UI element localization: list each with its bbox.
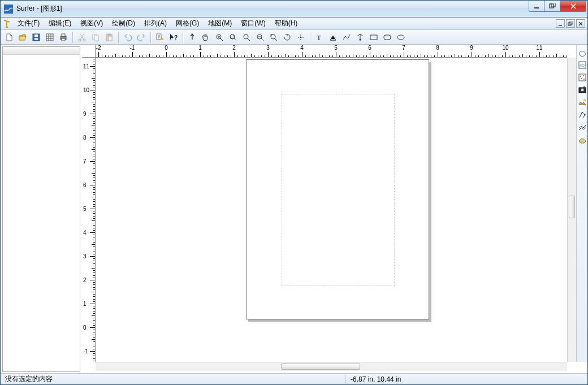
menu-help[interactable]: 帮助(H) <box>270 18 302 29</box>
pointer-tool-button[interactable] <box>186 31 198 44</box>
menu-draw[interactable]: 绘制(D) <box>107 18 140 29</box>
surface-icon[interactable] <box>577 135 587 145</box>
svg-point-35 <box>397 35 404 40</box>
zoom-fit-button[interactable] <box>227 31 239 44</box>
horizontal-ruler[interactable]: -2-10123456789101112131415 <box>96 45 567 58</box>
canvas-viewport[interactable] <box>96 58 567 362</box>
menu-help-label: 帮助(H) <box>275 19 298 28</box>
print-button[interactable] <box>57 31 70 44</box>
menu-file[interactable]: 文件(F) <box>13 18 44 29</box>
svg-point-38 <box>580 76 581 77</box>
object-manager-header[interactable] <box>3 47 80 55</box>
svg-rect-36 <box>579 62 586 68</box>
vertical-ruler[interactable]: -2-10123456789101112 <box>82 58 96 362</box>
copy-button[interactable] <box>89 31 102 44</box>
svg-rect-11 <box>46 34 53 41</box>
menu-window-label: 窗口(W) <box>241 19 265 28</box>
roundrect-tool-button[interactable] <box>381 31 394 44</box>
object-manager-panel[interactable] <box>2 46 80 372</box>
menu-edit[interactable]: 编辑(E) <box>44 18 76 29</box>
svg-rect-13 <box>62 34 65 36</box>
vector-map-icon[interactable] <box>577 110 587 120</box>
wireframe-icon[interactable] <box>577 122 587 132</box>
svg-rect-21 <box>109 36 112 41</box>
mdi-minimize-button[interactable] <box>556 19 565 28</box>
status-position-text: -6.87 in, 10.44 in <box>351 375 401 383</box>
status-position: -6.87 in, 10.44 in <box>346 374 405 384</box>
new-button[interactable] <box>3 31 15 44</box>
svg-rect-4 <box>6 27 8 28</box>
menubar: 文件(F) 编辑(E) 视图(V) 绘制(D) 排列(A) 网格(G) 地图(M… <box>1 18 587 30</box>
freeform-tool-icon[interactable] <box>577 47 587 58</box>
menu-file-label: 文件(F) <box>18 19 40 28</box>
svg-rect-33 <box>370 35 377 40</box>
menu-arrange-label: 排列(A) <box>144 19 167 28</box>
svg-point-16 <box>83 39 85 41</box>
svg-point-15 <box>79 39 81 41</box>
fill-tool-button[interactable] <box>327 31 339 44</box>
pan-tool-button[interactable] <box>200 31 212 44</box>
window-close-button[interactable] <box>560 1 586 12</box>
rect-tool-button[interactable] <box>368 31 380 44</box>
grid-button[interactable] <box>44 31 56 44</box>
app-window: Surfer - [图形1] 文件(F) 编辑(E) 视图(V) 绘制(D) 排… <box>0 0 588 385</box>
svg-point-30 <box>300 36 302 38</box>
vertical-scrollbar[interactable] <box>567 58 576 362</box>
ellipse-tool-button[interactable] <box>395 31 407 44</box>
redo-button[interactable] <box>135 31 148 44</box>
mdi-close-button[interactable] <box>576 19 585 28</box>
zoom-window-button[interactable] <box>267 31 280 44</box>
menu-grid[interactable]: 网格(G) <box>171 18 204 29</box>
contour-map-icon[interactable] <box>577 60 587 70</box>
system-menu-icon[interactable] <box>1 18 13 29</box>
point-tool-button[interactable] <box>354 31 366 44</box>
rotate-button[interactable] <box>281 31 293 44</box>
menu-arrange[interactable]: 排列(A) <box>140 18 171 29</box>
context-help-button[interactable]: ? <box>167 31 180 44</box>
zoom-in-button[interactable] <box>213 31 226 44</box>
svg-rect-1 <box>534 7 539 8</box>
center-button[interactable] <box>295 31 307 44</box>
object-manager-body[interactable] <box>3 55 80 371</box>
shaded-relief-icon[interactable] <box>577 97 587 107</box>
horizontal-scrollbar-thumb[interactable] <box>281 364 360 370</box>
svg-point-41 <box>583 79 585 80</box>
svg-rect-10 <box>34 38 38 40</box>
menu-view[interactable]: 视图(V) <box>76 18 107 29</box>
zoom-out-button[interactable] <box>254 31 266 44</box>
menu-window[interactable]: 窗口(W) <box>236 18 270 29</box>
undo-button[interactable] <box>122 31 134 44</box>
svg-point-39 <box>583 75 584 76</box>
statusbar: 没有选定的内容 -6.87 in, 10.44 in <box>1 373 587 384</box>
vertical-scrollbar-thumb[interactable] <box>569 196 575 218</box>
toolbar: ? T <box>1 30 587 45</box>
svg-point-29 <box>271 34 275 39</box>
titlebar[interactable]: Surfer - [图形1] <box>1 1 587 18</box>
menu-map[interactable]: 地图(M) <box>204 18 236 29</box>
post-map-icon[interactable] <box>577 72 587 83</box>
svg-point-40 <box>581 78 582 79</box>
window-title: Surfer - [图形1] <box>16 4 62 14</box>
window-minimize-button[interactable] <box>529 1 544 12</box>
paste-button[interactable] <box>103 31 115 44</box>
svg-rect-20 <box>108 34 110 36</box>
ruler-corner[interactable] <box>82 45 96 58</box>
save-button[interactable] <box>30 31 42 44</box>
page[interactable] <box>246 59 429 319</box>
image-map-icon[interactable] <box>577 85 587 95</box>
svg-rect-34 <box>384 35 391 40</box>
svg-rect-9 <box>34 34 38 37</box>
menu-map-label: 地图(M) <box>208 19 232 28</box>
cut-button[interactable] <box>76 31 88 44</box>
info-tool-button[interactable] <box>154 31 166 44</box>
horizontal-scrollbar[interactable] <box>96 362 567 371</box>
text-tool-button[interactable]: T <box>313 31 326 44</box>
polyline-tool-button[interactable] <box>340 31 353 44</box>
open-button[interactable] <box>16 31 29 44</box>
svg-rect-5 <box>559 25 562 26</box>
svg-rect-14 <box>62 38 65 41</box>
mdi-restore-button[interactable] <box>566 19 575 28</box>
svg-rect-26 <box>231 35 234 38</box>
window-maximize-button[interactable] <box>544 1 560 12</box>
zoom-actual-button[interactable] <box>240 31 253 44</box>
